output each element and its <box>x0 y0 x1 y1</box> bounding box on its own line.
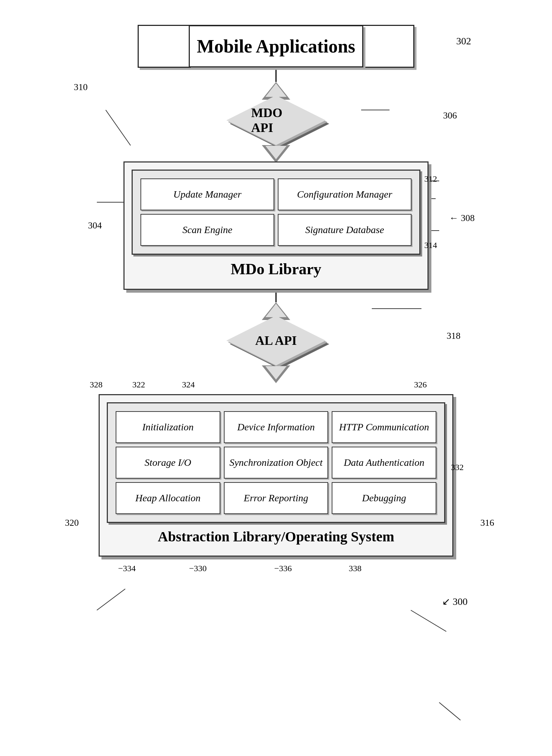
abs-module-grid: Initialization Device Information HTTP C… <box>112 408 440 518</box>
mdo-library-label: MDo Library <box>132 260 420 278</box>
connector-line-1 <box>275 68 277 82</box>
ref-320: 320 <box>65 518 79 528</box>
ref-336: −336 <box>274 564 292 573</box>
al-api-diamond-text: AL API <box>255 333 297 348</box>
ref-308: ← 308 <box>449 213 475 224</box>
abs-library-box: 332 Initialization Device Information HT… <box>99 394 453 557</box>
mdo-api-arrow-down-inner <box>265 146 287 159</box>
module-debugging: Debugging <box>332 482 436 514</box>
ref-302: 302 <box>456 35 471 47</box>
module-scan-engine: Scan Engine <box>140 214 274 246</box>
ref-316: 316 <box>480 518 494 528</box>
mdo-module-grid: Update Manager Configuration Manager Sca… <box>137 175 415 249</box>
mobile-apps-label: Mobile Applications <box>189 25 363 67</box>
ref-334: −334 <box>118 564 136 573</box>
mdo-library-inner: 312 314 Update Manager Configuration Man… <box>132 170 420 255</box>
ref-328: 328 <box>90 380 103 390</box>
ref-318: 318 <box>447 331 460 341</box>
architecture-diagram: Mobile Applications 302 MDO API <box>63 0 489 607</box>
mdo-api-diamond: MDO API <box>226 95 326 145</box>
module-synchronization-object: Synchronization Object <box>224 447 329 479</box>
module-storage-io: Storage I/O <box>116 447 220 479</box>
module-signature-database: Signature Database <box>278 214 412 246</box>
ref-304: 304 <box>88 220 102 231</box>
module-initialization: Initialization <box>116 411 220 443</box>
ref-330: −330 <box>189 564 207 573</box>
module-configuration-manager: Configuration Manager <box>278 178 412 210</box>
mdo-library-box: 312 314 Update Manager Configuration Man… <box>123 161 429 290</box>
abs-library-inner: 332 Initialization Device Information HT… <box>107 402 445 523</box>
al-api-diamond: AL API <box>226 316 326 365</box>
svg-line-10 <box>439 702 460 720</box>
ref-306: 306 <box>443 110 457 121</box>
module-update-manager: Update Manager <box>140 178 274 210</box>
ref-310: 310 <box>74 82 88 93</box>
svg-line-8 <box>411 610 446 631</box>
ref-338: 338 <box>349 564 361 573</box>
ref-326: 326 <box>414 380 427 390</box>
ref-332: 332 <box>451 463 464 472</box>
module-error-reporting: Error Reporting <box>224 482 329 514</box>
al-api-arrow-up-inner <box>265 304 287 317</box>
ref-324: 324 <box>182 380 195 390</box>
connector-line-2 <box>275 292 277 302</box>
al-api-arrow-down-inner <box>265 366 287 380</box>
ref-314: 314 <box>424 241 437 250</box>
module-data-authentication: Data Authentication <box>332 447 436 479</box>
abs-library-label: Abstraction Library/Operating System <box>107 528 445 545</box>
mdo-api-diamond-text: MDO API <box>251 105 301 135</box>
module-device-information: Device Information <box>224 411 329 443</box>
mdo-api-arrow-up-inner <box>265 83 287 97</box>
ref-322: 322 <box>132 380 145 390</box>
ref-300: ↙ 300 <box>63 596 468 607</box>
ref-312: 312 <box>424 174 437 184</box>
module-heap-allocation: Heap Allocation <box>116 482 220 514</box>
mobile-apps-box: Mobile Applications <box>138 25 414 68</box>
module-http-communication: HTTP Communication <box>332 411 436 443</box>
